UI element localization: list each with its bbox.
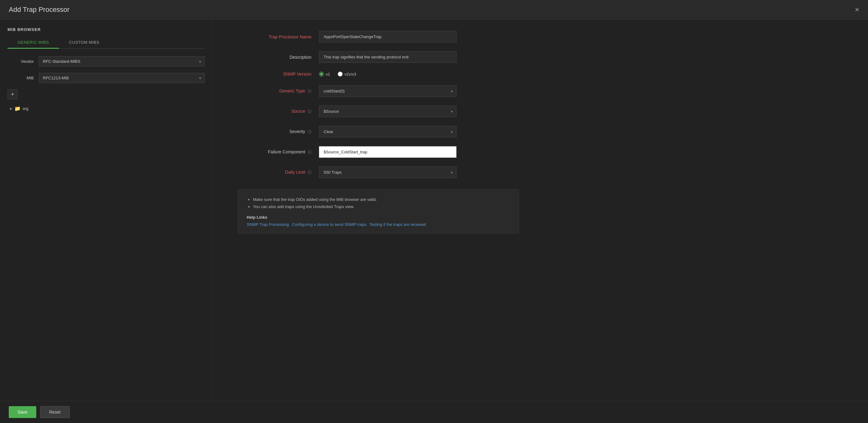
description-label: Description xyxy=(238,55,319,60)
modal-header: Add Trap Processor × xyxy=(0,0,868,20)
mib-browser-label: MIB BROWSER xyxy=(7,27,205,32)
modal-footer: Save Reset xyxy=(0,401,868,423)
help-links-label: Help Links xyxy=(247,215,510,220)
source-select[interactable]: $Source xyxy=(319,106,457,117)
generic-type-select-wrapper: coldStart(0) xyxy=(319,85,457,97)
failure-component-input[interactable] xyxy=(319,146,457,158)
failure-component-info-icon[interactable]: ⓘ xyxy=(308,150,311,154)
right-panel: Trap Processor Name Description SNMP Ver… xyxy=(213,20,868,401)
mib-tabs: GENERIC MIBS CUSTOM MIBS xyxy=(7,37,205,49)
mib-row: MIB RFC1213-MIB xyxy=(7,73,205,83)
vendor-row: Vendor RFC-Standard-MIBS xyxy=(7,56,205,67)
severity-info-icon[interactable]: ⓘ xyxy=(308,130,311,134)
snmp-v2c-v3-option[interactable]: v2c/v3 xyxy=(338,71,356,76)
snmp-v2c-v3-radio[interactable] xyxy=(338,71,343,76)
tab-custom-mibs[interactable]: CUSTOM MIBS xyxy=(59,37,110,49)
daily-limit-label: Daily Limit ⓘ xyxy=(238,170,319,175)
modal-title: Add Trap Processor xyxy=(9,6,69,14)
trap-processor-name-label: Trap Processor Name xyxy=(238,34,319,39)
failure-component-row: Failure Component ⓘ xyxy=(238,146,843,158)
source-select-wrapper: $Source xyxy=(319,106,457,117)
info-bullet-1: You can also add traps using the Unsolic… xyxy=(253,203,510,210)
vendor-label: Vendor xyxy=(7,59,39,64)
daily-limit-info-icon[interactable]: ⓘ xyxy=(308,170,311,175)
reset-button[interactable]: Reset xyxy=(40,406,70,418)
vendor-select[interactable]: RFC-Standard-MIBS xyxy=(39,56,205,67)
trap-processor-name-row: Trap Processor Name xyxy=(238,31,843,42)
snmp-v1-label: v1 xyxy=(326,72,330,76)
description-row: Description xyxy=(238,51,843,63)
add-mib-button[interactable]: + xyxy=(7,89,18,99)
tree-arrow-org: ▶ xyxy=(10,107,12,110)
mib-label: MIB xyxy=(7,75,39,80)
help-link-0[interactable]: SNMP Trap Processing xyxy=(247,222,289,227)
generic-type-select[interactable]: coldStart(0) xyxy=(319,85,457,97)
info-box: Make sure that the trap OIDs added using… xyxy=(238,189,519,233)
add-trap-processor-modal: Add Trap Processor × MIB BROWSER GENERIC… xyxy=(0,0,868,423)
severity-select[interactable]: Clear xyxy=(319,126,457,137)
snmp-v1-option[interactable]: v1 xyxy=(319,71,330,76)
daily-limit-select-wrapper: 500 Traps xyxy=(319,166,457,178)
tree-folder-icon: 📁 xyxy=(14,106,21,111)
help-link-1[interactable]: Configuring a device to send SNMP traps xyxy=(292,222,367,227)
source-info-icon[interactable]: ⓘ xyxy=(308,109,311,114)
snmp-v1-radio[interactable] xyxy=(319,71,324,76)
mib-tree: ▶ 📁 org xyxy=(7,102,205,393)
mib-select[interactable]: RFC1213-MIB xyxy=(39,73,205,83)
help-link-2[interactable]: Testing if the traps are received xyxy=(369,222,426,227)
info-bullet-0: Make sure that the trap OIDs added using… xyxy=(253,196,510,203)
daily-limit-select[interactable]: 500 Traps xyxy=(319,166,457,178)
source-row: Source ⓘ $Source xyxy=(238,106,843,117)
failure-component-label: Failure Component ⓘ xyxy=(238,149,319,155)
tree-item-org[interactable]: ▶ 📁 org xyxy=(7,104,205,113)
severity-select-wrapper: Clear xyxy=(319,126,457,137)
generic-type-info-icon[interactable]: ⓘ xyxy=(308,89,311,93)
snmp-version-label: SNMP Version xyxy=(238,71,319,76)
severity-row: Severity ⓘ Clear xyxy=(238,126,843,137)
severity-label: Severity ⓘ xyxy=(238,129,319,135)
description-input[interactable] xyxy=(319,51,457,63)
vendor-select-wrapper: RFC-Standard-MIBS xyxy=(39,56,205,67)
snmp-version-row: SNMP Version v1 v2c/v3 xyxy=(238,71,843,76)
daily-limit-row: Daily Limit ⓘ 500 Traps xyxy=(238,166,843,178)
tab-generic-mibs[interactable]: GENERIC MIBS xyxy=(7,37,59,49)
generic-type-label: Generic Type ⓘ xyxy=(238,89,319,94)
trap-processor-name-input[interactable] xyxy=(319,31,457,42)
source-label: Source ⓘ xyxy=(238,109,319,115)
help-links: SNMP Trap Processing Configuring a devic… xyxy=(247,222,510,227)
close-button[interactable]: × xyxy=(855,6,859,13)
save-button[interactable]: Save xyxy=(9,406,36,418)
generic-type-row: Generic Type ⓘ coldStart(0) xyxy=(238,85,843,97)
snmp-v2c-v3-label: v2c/v3 xyxy=(345,72,356,76)
left-panel: MIB BROWSER GENERIC MIBS CUSTOM MIBS Ven… xyxy=(0,20,213,401)
mib-select-wrapper: RFC1213-MIB xyxy=(39,73,205,83)
tree-item-org-label: org xyxy=(23,106,28,111)
snmp-version-radio-group: v1 v2c/v3 xyxy=(319,71,843,76)
info-bullets: Make sure that the trap OIDs added using… xyxy=(247,196,510,210)
modal-body: MIB BROWSER GENERIC MIBS CUSTOM MIBS Ven… xyxy=(0,20,868,401)
